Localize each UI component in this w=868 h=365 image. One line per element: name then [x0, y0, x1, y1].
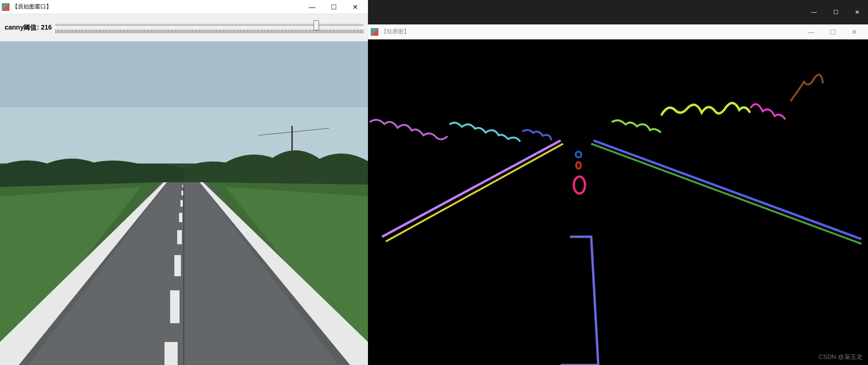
trackbar-panel: canny阈值: 216 — [0, 14, 368, 41]
road-image — [0, 41, 368, 365]
close-button[interactable]: ✕ — [844, 25, 865, 39]
left-titlebar[interactable]: 【原始图窗口】 — ☐ ✕ — [0, 0, 368, 14]
app-icon — [2, 3, 9, 11]
svg-rect-12 — [164, 342, 178, 365]
right-window-controls: — ☐ ✕ — [800, 25, 865, 39]
svg-rect-9 — [177, 230, 182, 244]
minimize-button[interactable]: — — [301, 0, 323, 14]
outer-maximize-button[interactable]: ☐ — [825, 5, 846, 19]
app-icon — [371, 28, 378, 36]
svg-rect-6 — [181, 191, 183, 195]
watermark: CSDN @枭玉龙 — [819, 353, 862, 361]
minimize-button[interactable]: — — [800, 25, 822, 39]
trackbar-value: 216 — [41, 23, 52, 31]
maximize-button[interactable]: ☐ — [822, 25, 844, 39]
svg-rect-3 — [291, 126, 293, 168]
svg-rect-1 — [0, 41, 368, 107]
slider-thumb[interactable] — [313, 20, 319, 31]
contour-window: 【轮廓图】 — ☐ ✕ — [368, 24, 868, 365]
original-image-viewport — [0, 41, 368, 365]
right-titlebar[interactable]: 【轮廓图】 — ☐ ✕ — [368, 24, 868, 39]
trackbar-label-text: canny阈值: — [5, 23, 39, 31]
outer-dark-titlebar[interactable]: — ☐ ✕ — [368, 0, 868, 24]
svg-rect-14 — [368, 39, 868, 365]
left-window-title: 【原始图窗口】 — [12, 3, 301, 11]
svg-rect-7 — [180, 200, 183, 207]
svg-rect-10 — [174, 255, 181, 276]
left-window-controls: — ☐ ✕ — [301, 0, 366, 14]
original-image-window: 【原始图窗口】 — ☐ ✕ canny阈值: 216 — [0, 0, 368, 365]
trackbar-label: canny阈值: 216 — [5, 23, 52, 32]
maximize-button[interactable]: ☐ — [323, 0, 344, 14]
contour-image-viewport — [368, 39, 868, 365]
close-button[interactable]: ✕ — [344, 0, 366, 14]
slider-ticks — [55, 30, 363, 33]
svg-rect-11 — [170, 290, 180, 323]
outer-close-button[interactable]: ✕ — [846, 5, 868, 19]
outer-minimize-button[interactable]: — — [803, 5, 825, 19]
contour-image — [368, 39, 868, 365]
svg-rect-8 — [179, 213, 182, 222]
right-window-title: 【轮廓图】 — [381, 28, 800, 36]
canny-threshold-slider[interactable] — [55, 18, 363, 37]
